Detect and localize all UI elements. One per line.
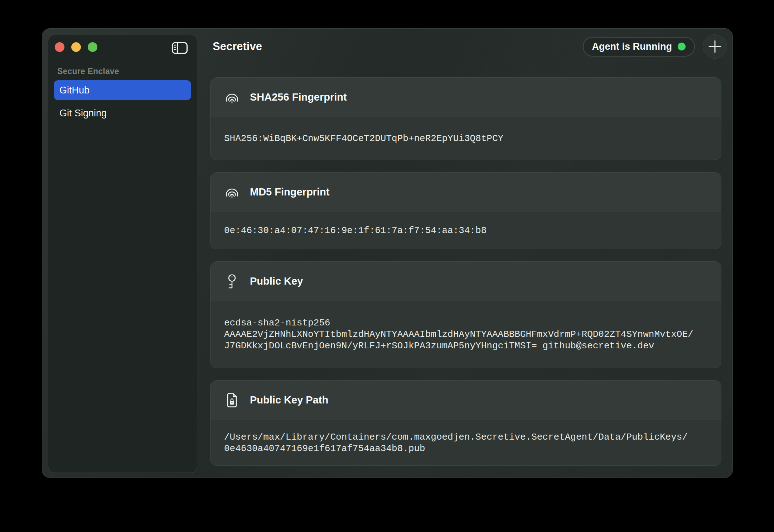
plus-icon	[708, 40, 722, 53]
card-body: 0e:46:30:a4:07:47:16:9e:1f:61:7a:f7:54:a…	[211, 212, 721, 249]
card-title: Public Key	[250, 275, 303, 287]
md5-fingerprint-card: MD5 Fingerprint 0e:46:30:a4:07:47:16:9e:…	[210, 172, 721, 249]
sha256-fingerprint-value: SHA256:WiBqBK+Cnw5KFF4OCeT2DUTqPb+neR2Ep…	[224, 133, 503, 144]
desktop-background: Secure Enclave GitHub Git Signing Secret…	[0, 0, 774, 532]
traffic-lights	[55, 42, 97, 52]
titlebar: Secretive Agent is Running	[204, 29, 732, 64]
card-body: ecdsa-sha2-nistp256 AAAAE2VjZHNhLXNoYTIt…	[211, 301, 721, 368]
public-key-path-card: Public Key Path /Users/max/Library/Conta…	[210, 380, 721, 466]
zoom-button[interactable]	[88, 42, 97, 52]
card-body: SHA256:WiBqBK+Cnw5KFF4OCeT2DUTqPb+neR2Ep…	[211, 117, 721, 160]
fingerprint-icon	[224, 184, 240, 200]
sidebar-item-label: Git Signing	[59, 108, 107, 119]
md5-fingerprint-value: 0e:46:30:a4:07:47:16:9e:1f:61:7a:f7:54:a…	[224, 225, 487, 236]
close-button[interactable]	[55, 42, 64, 52]
card-header: MD5 Fingerprint	[211, 173, 721, 212]
card-header: Public Key Path	[211, 381, 721, 420]
sha256-fingerprint-card: SHA256 Fingerprint SHA256:WiBqBK+Cnw5KFF…	[210, 77, 721, 160]
sidebar: Secure Enclave GitHub Git Signing	[48, 35, 197, 473]
sidebar-toggle-icon	[171, 42, 188, 54]
public-key-card: Public Key ecdsa-sha2-nistp256 AAAAE2VjZ…	[210, 261, 721, 368]
card-title: Public Key Path	[250, 394, 328, 406]
card-header: SHA256 Fingerprint	[211, 78, 721, 117]
secretive-window: Secure Enclave GitHub Git Signing Secret…	[42, 28, 733, 478]
green-dot-icon	[678, 43, 686, 50]
card-header: Public Key	[211, 262, 721, 301]
agent-status-label: Agent is Running	[592, 41, 672, 52]
fingerprint-icon	[224, 90, 240, 105]
add-key-button[interactable]	[703, 34, 727, 59]
public-key-path-value: /Users/max/Library/Containers/com.maxgoe…	[224, 431, 691, 454]
minimize-button[interactable]	[71, 42, 81, 52]
card-body: /Users/max/Library/Containers/com.maxgoe…	[211, 420, 721, 465]
card-title: MD5 Fingerprint	[250, 186, 329, 198]
main-content: Secretive Agent is Running	[204, 29, 732, 478]
sidebar-item-git-signing[interactable]: Git Signing	[54, 103, 191, 123]
key-icon	[224, 274, 240, 289]
public-key-value: ecdsa-sha2-nistp256 AAAAE2VjZHNhLXNoYTIt…	[224, 317, 696, 352]
page-title: Secretive	[213, 40, 583, 53]
agent-status-badge[interactable]: Agent is Running	[583, 37, 695, 57]
document-lock-icon	[224, 392, 240, 408]
sidebar-toggle-button[interactable]	[170, 40, 190, 56]
key-detail-cards: SHA256 Fingerprint SHA256:WiBqBK+Cnw5KFF…	[210, 77, 721, 466]
sidebar-item-label: GitHub	[59, 85, 90, 96]
sidebar-section-label: Secure Enclave	[57, 67, 119, 76]
sidebar-item-github[interactable]: GitHub	[54, 80, 191, 100]
card-title: SHA256 Fingerprint	[250, 91, 347, 103]
